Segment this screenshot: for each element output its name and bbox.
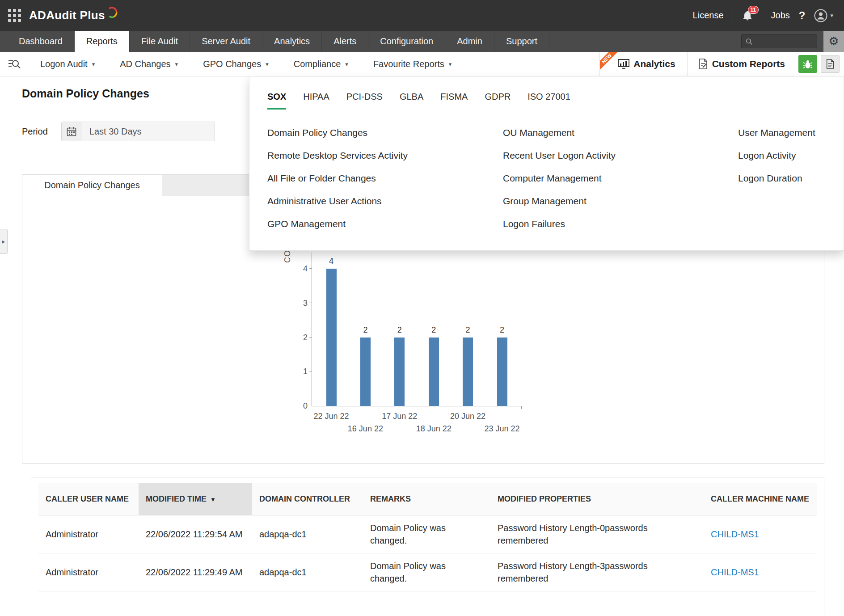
nav-tab-analytics[interactable]: Analytics: [262, 31, 322, 52]
nav-tab-admin[interactable]: Admin: [445, 31, 494, 52]
chart-bar: [463, 338, 473, 406]
nav-tab-alerts[interactable]: Alerts: [322, 31, 368, 52]
cell-modified-properties: Password History Length-0passwords remem…: [490, 515, 704, 553]
dropdown-link-group-management[interactable]: Group Management: [503, 190, 616, 212]
dropdown-link-logon-duration[interactable]: Logon Duration: [738, 167, 815, 190]
dropdown-link-recent-user-logon-activity[interactable]: Recent User Logon Activity: [503, 144, 616, 167]
sort-desc-icon[interactable]: ▼: [210, 496, 216, 503]
col-header-modified-properties[interactable]: MODIFIED PROPERTIES: [490, 483, 704, 515]
reports-subnav: Logon Audit▾AD Changes▾GPO Changes▾Compl…: [0, 52, 844, 76]
compliance-tab-iso-27001[interactable]: ISO 27001: [528, 92, 570, 110]
dropdown-link-computer-management[interactable]: Computer Management: [503, 167, 616, 190]
dropdown-link-user-management[interactable]: User Management: [738, 121, 815, 144]
cell-caller-user-name: Administrator: [38, 515, 139, 553]
y-tick-mark: [309, 303, 312, 303]
chevron-down-icon: ▾: [266, 61, 269, 68]
dropdown-link-logon-failures[interactable]: Logon Failures: [503, 212, 616, 235]
compliance-link-column: Domain Policy ChangesRemote Desktop Serv…: [267, 121, 408, 235]
compliance-tab-fisma[interactable]: FISMA: [440, 92, 468, 110]
jobs-link[interactable]: Jobs: [771, 10, 790, 21]
subnav-item-favourite-reports[interactable]: Favourite Reports▾: [361, 52, 464, 76]
compliance-link-column: OU ManagementRecent User Logon ActivityC…: [503, 121, 616, 235]
dropdown-link-gpo-management[interactable]: GPO Management: [267, 212, 408, 235]
export-report-button[interactable]: [821, 55, 840, 73]
search-icon: [746, 38, 752, 46]
global-search[interactable]: [741, 34, 817, 48]
y-tick-label: 0: [291, 401, 308, 411]
settings-gear-icon[interactable]: ⚙: [823, 31, 844, 52]
dropdown-link-logon-activity[interactable]: Logon Activity: [738, 144, 815, 167]
compliance-tab-gdpr[interactable]: GDPR: [485, 92, 511, 110]
chart-bar-value: 2: [458, 325, 478, 335]
cell-domain-controller: adapqa-dc1: [252, 515, 363, 553]
analytics-button[interactable]: NEW Analytics: [599, 52, 687, 76]
results-table: CALLER USER NAMEMODIFIED TIME▼DOMAIN CON…: [38, 483, 817, 591]
dropdown-link-administrative-user-actions[interactable]: Administrative User Actions: [267, 190, 408, 212]
cell-domain-controller: adapqa-dc1: [252, 553, 363, 591]
col-header-label: MODIFIED PROPERTIES: [498, 494, 591, 503]
nav-tab-dashboard[interactable]: Dashboard: [7, 31, 75, 52]
caller-machine-link[interactable]: CHILD-MS1: [711, 567, 759, 577]
tab-domain-policy-changes[interactable]: Domain Policy Changes: [22, 175, 162, 196]
table-header-row: CALLER USER NAMEMODIFIED TIME▼DOMAIN CON…: [38, 483, 817, 515]
cell-caller-machine-name: CHILD-MS1: [704, 553, 817, 591]
y-tick-mark: [309, 268, 312, 269]
subnav-items: Logon Audit▾AD Changes▾GPO Changes▾Compl…: [28, 52, 464, 76]
subnav-item-logon-audit[interactable]: Logon Audit▾: [28, 52, 107, 76]
nav-tab-support[interactable]: Support: [494, 31, 549, 52]
caller-machine-link[interactable]: CHILD-MS1: [711, 529, 759, 539]
notification-bell-icon[interactable]: 11: [742, 10, 753, 21]
report-search-icon[interactable]: [8, 58, 21, 70]
subnav-item-ad-changes[interactable]: AD Changes▾: [107, 52, 190, 76]
subnav-item-label: GPO Changes: [203, 59, 261, 69]
nav-tab-file-audit[interactable]: File Audit: [130, 31, 190, 52]
top-header: ADAudit Plus License 11 Jobs ? ▾: [0, 0, 844, 31]
chart-bar-value: 2: [390, 325, 409, 335]
x-axis-label: 23 Jun 22: [474, 424, 530, 434]
chevron-down-icon: ▾: [449, 61, 452, 68]
nav-tab-server-audit[interactable]: Server Audit: [190, 31, 262, 52]
person-icon: [814, 9, 827, 22]
app-grid-icon[interactable]: [8, 9, 21, 22]
col-header-modified-time[interactable]: MODIFIED TIME▼: [139, 483, 252, 515]
x-axis-label: 16 Jun 22: [338, 424, 393, 434]
bar-chart: 01234422 Jun 22216 Jun 22217 Jun 22218 J…: [312, 253, 522, 406]
subnav-item-label: Favourite Reports: [373, 59, 444, 69]
col-header-caller-machine-name[interactable]: CALLER MACHINE NAME: [704, 483, 817, 515]
table-row: Administrator22/06/2022 11:29:49 AMadapq…: [38, 553, 817, 591]
dropdown-link-all-file-or-folder-changes[interactable]: All File or Folder Changes: [267, 167, 408, 190]
subnav-item-gpo-changes[interactable]: GPO Changes▾: [190, 52, 281, 76]
compliance-tab-sox[interactable]: SOX: [267, 92, 286, 110]
nav-tab-reports[interactable]: Reports: [75, 31, 130, 52]
chart-bar: [394, 338, 405, 406]
compliance-tab-pci-dss[interactable]: PCI-DSS: [346, 92, 383, 110]
cell-modified-time: 22/06/2022 11:29:54 AM: [139, 515, 252, 553]
logo-arc-icon: [106, 6, 118, 19]
logo-text: ADAudit Plus: [29, 8, 105, 22]
period-field[interactable]: Last 30 Days: [61, 122, 215, 141]
custom-reports-button[interactable]: Custom Reports: [688, 52, 796, 76]
dropdown-link-domain-policy-changes[interactable]: Domain Policy Changes: [267, 121, 408, 144]
user-avatar[interactable]: ▾: [814, 9, 833, 22]
dropdown-link-ou-management[interactable]: OU Management: [503, 121, 616, 144]
bug-report-button[interactable]: [798, 55, 817, 73]
subnav-item-compliance[interactable]: Compliance▾: [281, 52, 361, 76]
compliance-tab-hipaa[interactable]: HIPAA: [303, 92, 329, 110]
compliance-links: Domain Policy ChangesRemote Desktop Serv…: [249, 121, 844, 250]
col-header-domain-controller[interactable]: DOMAIN CONTROLLER: [252, 483, 363, 515]
compliance-tab-glba[interactable]: GLBA: [400, 92, 423, 110]
sidebar-collapse-handle[interactable]: ▸: [0, 229, 8, 254]
help-icon[interactable]: ?: [799, 9, 806, 22]
results-table-card: CALLER USER NAMEMODIFIED TIME▼DOMAIN CON…: [31, 477, 824, 616]
dropdown-link-remote-desktop-services-activity[interactable]: Remote Desktop Services Activity: [267, 144, 408, 167]
chart-bar: [326, 269, 337, 406]
x-axis-label: 22 Jun 22: [304, 412, 359, 421]
col-header-caller-user-name[interactable]: CALLER USER NAME: [38, 483, 139, 515]
license-link[interactable]: License: [693, 10, 724, 21]
chevron-down-icon: ▾: [175, 61, 178, 68]
notification-badge: 11: [748, 6, 759, 14]
global-search-input[interactable]: [755, 38, 813, 46]
nav-tab-configuration[interactable]: Configuration: [368, 31, 445, 52]
col-header-remarks[interactable]: REMARKS: [363, 483, 490, 515]
cell-modified-properties: Password History Length-3passwords remem…: [490, 553, 704, 591]
